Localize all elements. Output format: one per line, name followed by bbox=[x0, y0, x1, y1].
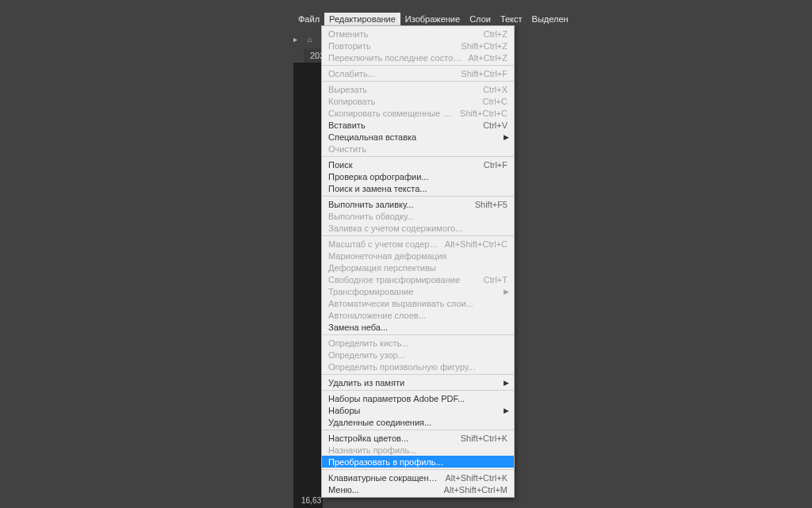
menu-item-label: Выполнить обводку... bbox=[328, 212, 508, 221]
menu-item-label: Определить узор... bbox=[328, 350, 508, 360]
menu-item-label: Замена неба... bbox=[328, 323, 508, 332]
menu-item: Определить узор... bbox=[322, 349, 514, 361]
menu-item-shortcut: Alt+Ctrl+Z bbox=[468, 53, 508, 63]
menu-item[interactable]: Меню...Alt+Shift+Ctrl+M bbox=[322, 483, 514, 495]
menu-item-label: Определить произвольную фигуру... bbox=[328, 362, 508, 372]
menu-item-shortcut: Shift+Ctrl+Z bbox=[461, 41, 508, 51]
menu-item-shortcut: Ctrl+F bbox=[484, 160, 508, 170]
menu-item[interactable]: Замена неба... bbox=[322, 321, 514, 333]
menu-separator bbox=[322, 196, 514, 197]
menu-item[interactable]: Наборы параметров Adobe PDF... bbox=[322, 392, 514, 404]
menu-item-label: Определить кисть... bbox=[328, 338, 508, 348]
menu-item-shortcut: Shift+Ctrl+C bbox=[460, 109, 508, 118]
menu-item: Трансформирование▶ bbox=[322, 285, 514, 297]
status-bar: 16,63 bbox=[301, 496, 321, 508]
menu-item: Выполнить обводку... bbox=[322, 210, 514, 222]
menubar-item-0[interactable]: Файл bbox=[293, 13, 324, 25]
menu-item[interactable]: Наборы▶ bbox=[322, 404, 514, 416]
menu-item[interactable]: Клавиатурные сокращения...Alt+Shift+Ctrl… bbox=[322, 472, 514, 483]
menubar-item-3[interactable]: Слои bbox=[465, 13, 496, 25]
menu-item[interactable]: Удаленные соединения... bbox=[322, 416, 514, 428]
menu-item-label: Настройка цветов... bbox=[328, 434, 454, 443]
menu-item[interactable]: Специальная вставка▶ bbox=[322, 131, 514, 143]
menu-separator bbox=[322, 235, 514, 236]
menu-item[interactable]: Удалить из памяти▶ bbox=[322, 376, 514, 388]
menu-separator bbox=[322, 81, 514, 82]
menu-separator bbox=[322, 374, 514, 375]
menu-item-label: Автоналожение слоев... bbox=[328, 311, 508, 320]
menu-item-shortcut: Ctrl+Z bbox=[484, 29, 508, 39]
menu-item-shortcut: Shift+F5 bbox=[475, 200, 508, 209]
menu-item[interactable]: ПоискCtrl+F bbox=[322, 159, 514, 170]
tool-icon: ⌂ bbox=[308, 35, 314, 44]
menu-item: КопироватьCtrl+C bbox=[322, 95, 514, 107]
menu-item-label: Проверка орфографии... bbox=[328, 172, 508, 181]
menubar-item-4[interactable]: Текст bbox=[496, 13, 527, 25]
submenu-arrow-icon: ▶ bbox=[504, 133, 509, 141]
menu-separator bbox=[322, 469, 514, 470]
menu-item-shortcut: Ctrl+X bbox=[483, 85, 508, 94]
menu-separator bbox=[322, 334, 514, 335]
zoom-level: 16,63 bbox=[301, 496, 321, 505]
menu-item: Очистить bbox=[322, 143, 514, 155]
menu-item-shortcut: Shift+Ctrl+K bbox=[461, 434, 508, 443]
menu-item-shortcut: Ctrl+T bbox=[484, 275, 508, 285]
menu-item-label: Копировать bbox=[328, 97, 477, 106]
menu-item: Марионеточная деформация bbox=[322, 250, 514, 262]
menu-item-label: Удалить из памяти bbox=[328, 378, 508, 388]
menu-item-label: Назначить профиль... bbox=[328, 445, 508, 455]
tool-icon: ▸ bbox=[293, 35, 299, 44]
menu-item-label: Клавиатурные сокращения... bbox=[328, 473, 439, 483]
menu-item-shortcut: Alt+Shift+Ctrl+C bbox=[445, 239, 508, 249]
menu-separator bbox=[322, 430, 514, 430]
submenu-arrow-icon: ▶ bbox=[504, 379, 509, 387]
menu-item-label: Выполнить заливку... bbox=[328, 200, 469, 209]
menu-item-label: Наборы bbox=[328, 406, 508, 415]
menu-item-label: Вырезать bbox=[328, 85, 477, 94]
menu-item-label: Поиск и замена текста... bbox=[328, 184, 508, 193]
menu-item-shortcut: Shift+Ctrl+F bbox=[461, 69, 508, 78]
menu-item: Заливка с учетом содержимого... bbox=[322, 222, 514, 234]
menu-item[interactable]: Поиск и замена текста... bbox=[322, 182, 514, 194]
menu-separator bbox=[322, 156, 514, 157]
menu-item[interactable]: Настройка цветов...Shift+Ctrl+K bbox=[322, 432, 514, 444]
menu-item[interactable]: Преобразовать в профиль... bbox=[322, 456, 514, 468]
menu-item-label: Наборы параметров Adobe PDF... bbox=[328, 394, 508, 403]
menubar-item-2[interactable]: Изображение bbox=[400, 13, 465, 25]
menu-item: Деформация перспективы bbox=[322, 262, 514, 273]
edit-menu-dropdown: ОтменитьCtrl+ZПовторитьShift+Ctrl+ZПерек… bbox=[321, 25, 515, 498]
menu-item-label: Переключить последнее состояние bbox=[328, 53, 462, 63]
menu-item-label: Марионеточная деформация bbox=[328, 251, 508, 261]
menu-item-shortcut: Ctrl+C bbox=[483, 97, 508, 106]
menu-item-label: Трансформирование bbox=[328, 287, 508, 296]
menu-item-label: Повторить bbox=[328, 41, 454, 51]
menu-item: Автоматически выравнивать слои... bbox=[322, 297, 514, 309]
menu-item-label: Скопировать совмещенные данные bbox=[328, 109, 454, 118]
menubar-item-5[interactable]: Выделен bbox=[527, 13, 573, 25]
menu-item[interactable]: Выполнить заливку...Shift+F5 bbox=[322, 198, 514, 210]
menu-item-label: Вставить bbox=[328, 120, 477, 130]
menubar-item-1[interactable]: Редактирование bbox=[324, 13, 400, 25]
menu-item-shortcut: Alt+Shift+Ctrl+K bbox=[445, 473, 508, 483]
menu-item[interactable]: ВставитьCtrl+V bbox=[322, 119, 514, 131]
menu-item: Автоналожение слоев... bbox=[322, 309, 514, 321]
menu-separator bbox=[322, 390, 514, 391]
menu-item-label: Поиск bbox=[328, 160, 477, 170]
menu-item[interactable]: Проверка орфографии... bbox=[322, 170, 514, 182]
options-bar: ▸ ⌂ bbox=[293, 35, 319, 46]
menu-item-label: Автоматически выравнивать слои... bbox=[328, 299, 508, 308]
menu-item-label: Свободное трансформирование bbox=[328, 275, 477, 285]
document-area bbox=[293, 63, 323, 508]
menu-item: Определить кисть... bbox=[322, 337, 514, 349]
menu-item-label: Специальная вставка bbox=[328, 132, 508, 142]
menu-item-label: Отменить bbox=[328, 29, 477, 39]
menu-item-label: Деформация перспективы bbox=[328, 263, 508, 273]
menu-item: ВырезатьCtrl+X bbox=[322, 83, 514, 95]
menu-item-label: Удаленные соединения... bbox=[328, 418, 508, 427]
menu-item: Ослабить...Shift+Ctrl+F bbox=[322, 67, 514, 79]
submenu-arrow-icon: ▶ bbox=[504, 288, 509, 296]
menu-item: ПовторитьShift+Ctrl+Z bbox=[322, 40, 514, 52]
menu-item: Масштаб с учетом содержимогоAlt+Shift+Ct… bbox=[322, 238, 514, 250]
menu-item-label: Преобразовать в профиль... bbox=[328, 457, 508, 467]
menu-item-label: Ослабить... bbox=[328, 69, 454, 78]
